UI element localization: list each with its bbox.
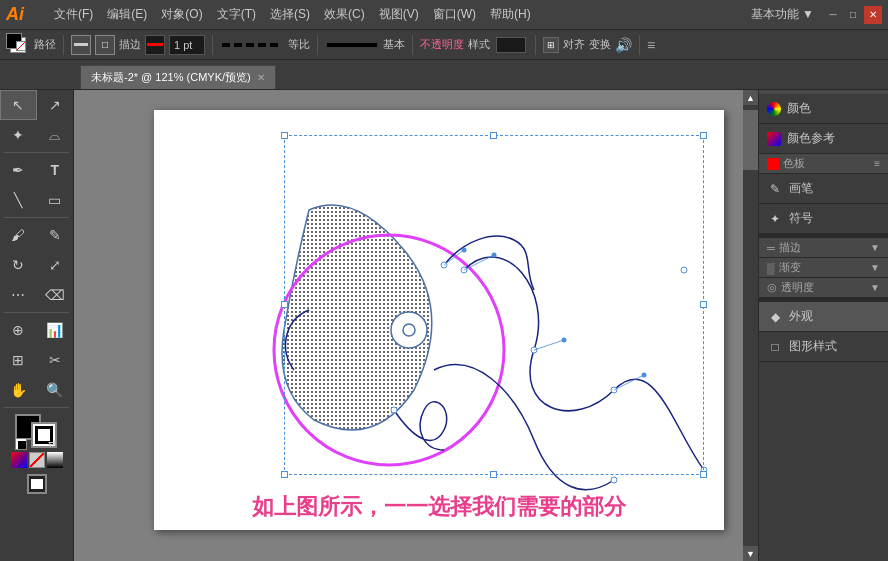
menu-text[interactable]: 文字(T)	[211, 4, 262, 25]
color-ref-label: 颜色参考	[787, 130, 835, 147]
canvas-scrollbar[interactable]: ▲ ▼	[743, 90, 758, 561]
anchor-6	[391, 407, 397, 413]
grid-button[interactable]: ⊞	[543, 37, 559, 53]
graphic-styles-label: 图形样式	[789, 338, 837, 355]
ai-logo: Ai	[6, 4, 38, 25]
lasso-tool-button[interactable]: ⌓	[37, 120, 74, 150]
fill-button[interactable]: □	[95, 35, 115, 55]
color-mode-button[interactable]	[11, 452, 27, 468]
handle-line-2	[534, 340, 564, 350]
screen-mode-area	[0, 472, 73, 496]
stroke-dash-preview	[222, 43, 282, 47]
canvas-area[interactable]: 如上图所示，一一选择我们需要的部分 ▲ ▼	[74, 90, 758, 561]
handle-line-1	[464, 255, 494, 270]
symbol-label: 符号	[789, 210, 813, 227]
gradient-collapse-icon[interactable]: ▼	[870, 262, 880, 273]
menu-bar: 文件(F) 编辑(E) 对象(O) 文字(T) 选择(S) 效果(C) 视图(V…	[48, 4, 751, 25]
opacity-section-icon: ◎	[767, 281, 777, 294]
panel-stroke-section[interactable]: ═ 描边 ▼	[759, 238, 888, 258]
panel-symbol[interactable]: ✦ 符号	[759, 204, 888, 234]
paintbrush-tool-button[interactable]: 🖌	[0, 220, 37, 250]
hand-tool-button[interactable]: ✋	[0, 375, 37, 405]
selection-tool-button[interactable]: ↖	[0, 90, 37, 120]
panel-opacity-section[interactable]: ◎ 透明度 ▼	[759, 278, 888, 298]
stroke-collapse-icon[interactable]: ▼	[870, 242, 880, 253]
panel-color[interactable]: 颜色	[759, 94, 888, 124]
right-panel: 颜色 颜色参考 色板 ≡ ✎ 画笔 ✦ 符号 ═ 描边 ▼	[758, 90, 888, 561]
appearance-icon: ◆	[767, 309, 783, 325]
minimize-button[interactable]: ─	[824, 6, 842, 24]
artboard: 如上图所示，一一选择我们需要的部分	[154, 110, 724, 530]
handle-end-3	[642, 373, 647, 378]
swap-colors-icon[interactable]: ⇄	[45, 436, 59, 450]
magic-wand-tool-button[interactable]: ✦	[0, 120, 37, 150]
reset-colors-icon[interactable]	[15, 438, 27, 450]
swatch-icon	[767, 158, 779, 170]
stroke-style-button[interactable]	[71, 35, 91, 55]
artboard-tool-button[interactable]: ⊞	[0, 345, 37, 375]
style-label: 样式	[468, 37, 490, 52]
stroke-color-indicator[interactable]	[6, 33, 30, 57]
tool-sep-2	[4, 217, 69, 218]
brush-icon: ✎	[767, 181, 783, 197]
handle-end-1	[492, 253, 497, 258]
speaker-icon[interactable]: 🔊	[615, 37, 632, 53]
scale-tool-button[interactable]: ⤢	[37, 250, 74, 280]
panel-gradient-section[interactable]: ▒ 渐变 ▼	[759, 258, 888, 278]
panel-appearance[interactable]: ◆ 外观	[759, 302, 888, 332]
blend-tool-button[interactable]: ⋯	[0, 280, 37, 310]
menu-edit[interactable]: 编辑(E)	[101, 4, 153, 25]
pen-tool-button[interactable]: ✒	[0, 155, 37, 185]
panel-brush[interactable]: ✎ 画笔	[759, 174, 888, 204]
text-tool-button[interactable]: T	[37, 155, 74, 185]
stroke-type-label: 描边	[119, 37, 141, 52]
menu-file[interactable]: 文件(F)	[48, 4, 99, 25]
direct-selection-tool-button[interactable]: ↗	[37, 90, 74, 120]
menu-window[interactable]: 窗口(W)	[427, 4, 482, 25]
stroke-dropdown[interactable]	[145, 35, 165, 55]
panel-swatches[interactable]: 色板 ≡	[759, 154, 888, 174]
toolbar-sep-1	[63, 35, 64, 55]
rect-tool-button[interactable]: ▭	[37, 185, 74, 215]
toolbar-sep-5	[535, 35, 536, 55]
menu-select[interactable]: 选择(S)	[264, 4, 316, 25]
line-tool-button[interactable]: ╲	[0, 185, 37, 215]
scroll-down-button[interactable]: ▼	[743, 546, 758, 561]
pencil-tool-button[interactable]: ✎	[37, 220, 74, 250]
opacity-collapse-icon[interactable]: ▼	[870, 282, 880, 293]
rotate-tool-button[interactable]: ↻	[0, 250, 37, 280]
slice-tool-button[interactable]: ✂	[37, 345, 74, 375]
none-mode-button[interactable]	[29, 452, 45, 468]
handle-line-3	[614, 375, 644, 390]
panel-color-ref[interactable]: 颜色参考	[759, 124, 888, 154]
workspace-label[interactable]: 基本功能 ▼	[751, 6, 814, 23]
tab-close-button[interactable]: ✕	[257, 72, 265, 83]
opacity-section-label: 透明度	[781, 280, 814, 295]
tab-title: 未标题-2* @ 121% (CMYK/预览)	[91, 70, 251, 85]
zoom-tool-button[interactable]: 🔍	[37, 375, 74, 405]
fill-stroke-selector[interactable]: ⇄	[15, 414, 59, 450]
scroll-thumb[interactable]	[743, 110, 758, 170]
symbol-tool-button[interactable]: ⊕	[0, 315, 37, 345]
graph-tool-button[interactable]: 📊	[37, 315, 74, 345]
curve-path-5	[394, 402, 447, 450]
handle-end-2	[562, 338, 567, 343]
style-preview[interactable]	[496, 37, 526, 53]
swatches-collapse-icon[interactable]: ≡	[874, 158, 880, 169]
menu-effect[interactable]: 效果(C)	[318, 4, 371, 25]
stroke-width-input[interactable]: 1 pt	[169, 35, 205, 55]
menu-view[interactable]: 视图(V)	[373, 4, 425, 25]
settings-icon[interactable]: ≡	[647, 37, 655, 53]
gradient-mode-button[interactable]	[47, 452, 63, 468]
document-tab[interactable]: 未标题-2* @ 121% (CMYK/预览) ✕	[80, 65, 276, 89]
tools-panel: ↖ ↗ ✦ ⌓ ✒ T ╲ ▭ 🖌 ✎ ↻ ⤢ ⋯ ⌫ ⊕	[0, 90, 74, 561]
scroll-up-button[interactable]: ▲	[743, 90, 758, 105]
menu-object[interactable]: 对象(O)	[155, 4, 208, 25]
eraser-tool-button[interactable]: ⌫	[37, 280, 74, 310]
panel-graphic-styles[interactable]: □ 图形样式	[759, 332, 888, 362]
screen-mode-button[interactable]	[27, 474, 47, 494]
maximize-button[interactable]: □	[844, 6, 862, 24]
title-bar: Ai 文件(F) 编辑(E) 对象(O) 文字(T) 选择(S) 效果(C) 视…	[0, 0, 888, 30]
close-button[interactable]: ✕	[864, 6, 882, 24]
menu-help[interactable]: 帮助(H)	[484, 4, 537, 25]
